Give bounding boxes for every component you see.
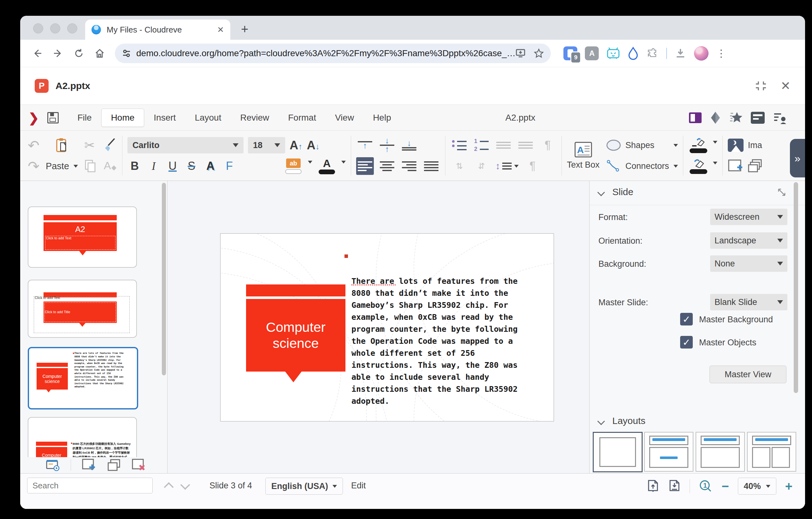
maximize-window-button[interactable] bbox=[67, 23, 77, 33]
zoom-in-button[interactable]: + bbox=[785, 482, 792, 491]
font-color-dropdown-icon[interactable] bbox=[341, 161, 346, 164]
italic-icon[interactable]: I bbox=[146, 159, 161, 173]
menu-format[interactable]: Format bbox=[279, 109, 325, 127]
minimize-window-button[interactable] bbox=[50, 23, 60, 33]
home-icon[interactable] bbox=[91, 45, 108, 61]
new-tab-button[interactable]: + bbox=[241, 23, 248, 35]
image-button[interactable]: Ima bbox=[748, 140, 762, 150]
delete-slide-icon[interactable] bbox=[132, 458, 146, 472]
sidebar-toggle-icon[interactable] bbox=[689, 112, 702, 123]
menu-insert[interactable]: Insert bbox=[144, 109, 185, 127]
font-color-button[interactable]: A bbox=[317, 158, 337, 174]
layout-blank[interactable] bbox=[593, 432, 643, 472]
line-spacing-icon[interactable]: ↕ bbox=[495, 157, 519, 175]
previous-result-icon[interactable] bbox=[164, 482, 174, 492]
valign-top-icon[interactable]: ↑ bbox=[356, 136, 374, 154]
menu-home[interactable]: Home bbox=[101, 109, 144, 127]
panel-expand-icon[interactable] bbox=[777, 188, 786, 197]
decrease-indent-icon[interactable] bbox=[517, 136, 534, 154]
menu-layout[interactable]: Layout bbox=[185, 109, 231, 127]
thumbnail-slide-3[interactable]: Computer science There are lots of featu… bbox=[28, 347, 138, 409]
valign-bottom-icon[interactable]: ↓ bbox=[400, 136, 418, 154]
site-settings-icon[interactable] bbox=[122, 49, 131, 58]
background-select[interactable]: None bbox=[710, 255, 787, 272]
slide-body-text[interactable]: There are lots of features from the 8080… bbox=[351, 251, 541, 419]
theme-gem-icon[interactable] bbox=[710, 111, 721, 125]
shapes-button[interactable]: Shapes bbox=[626, 140, 655, 150]
layout-title-content[interactable] bbox=[644, 432, 693, 472]
zoom-100-icon[interactable]: 1 bbox=[699, 479, 713, 493]
menu-review[interactable]: Review bbox=[231, 109, 279, 127]
font-size-select[interactable]: 18 bbox=[248, 137, 285, 154]
master-slide-select[interactable]: Blank Slide bbox=[710, 294, 787, 310]
align-justify-icon[interactable] bbox=[423, 157, 440, 175]
undo-icon[interactable]: ↶ bbox=[28, 137, 39, 154]
thumbnail-slide-1[interactable]: A2 Click to add Text bbox=[28, 207, 137, 268]
slide-title[interactable]: Computer science bbox=[255, 319, 337, 351]
browser-menu-icon[interactable]: ⋮ bbox=[716, 49, 726, 58]
font-effects-icon[interactable]: F bbox=[222, 159, 237, 173]
layout-title-empty[interactable] bbox=[696, 432, 745, 472]
paste-dropdown-icon[interactable] bbox=[74, 165, 78, 168]
language-select[interactable]: English (USA) bbox=[265, 477, 343, 495]
slide-editing-area[interactable]: Computer science There are lots of featu… bbox=[220, 233, 554, 421]
outline-color-dropdown-icon[interactable] bbox=[713, 141, 717, 144]
highlight-dropdown-icon[interactable] bbox=[308, 161, 312, 164]
duplicate-slide-icon[interactable] bbox=[107, 459, 121, 471]
downloads-icon[interactable] bbox=[674, 47, 687, 59]
water-drop-extension-icon[interactable] bbox=[628, 47, 638, 60]
redo-icon[interactable]: ↷ bbox=[28, 158, 39, 174]
add-slide-icon[interactable] bbox=[728, 159, 744, 173]
strikeout-icon[interactable]: S bbox=[184, 159, 199, 173]
master-objects-checkbox[interactable]: ✓ bbox=[680, 336, 693, 349]
insert-paragraph-icon[interactable]: ¶ bbox=[539, 136, 556, 154]
increase-indent-icon[interactable] bbox=[495, 136, 512, 154]
card-panel-icon[interactable] bbox=[751, 112, 765, 124]
thumbnail-slide-4[interactable]: Computer science 8080 芯片的很多功能都没有加入 Gameb… bbox=[28, 417, 137, 457]
slide-section-chevron-icon[interactable] bbox=[597, 189, 605, 196]
slide-section-title[interactable]: Slide bbox=[612, 187, 634, 197]
expand-toolbar-button[interactable]: » bbox=[790, 139, 805, 177]
bookmark-star-icon[interactable] bbox=[534, 48, 544, 58]
menu-view[interactable]: View bbox=[325, 109, 364, 127]
bilibili-extension-icon[interactable] bbox=[606, 47, 620, 60]
title-callout-box[interactable]: Computer science bbox=[246, 299, 345, 372]
orientation-select[interactable]: Landscape bbox=[710, 233, 787, 249]
copy-slide-icon[interactable] bbox=[748, 159, 762, 173]
settings-scrollbar[interactable] bbox=[794, 182, 798, 393]
fit-to-width-icon[interactable] bbox=[668, 479, 681, 493]
layouts-section-title[interactable]: Layouts bbox=[612, 415, 645, 426]
bullets-icon[interactable] bbox=[451, 136, 468, 154]
menu-file[interactable]: File bbox=[68, 109, 101, 127]
forward-icon[interactable] bbox=[50, 45, 66, 61]
close-preview-icon[interactable]: ✕ bbox=[780, 79, 790, 93]
connectors-button[interactable]: Connectors bbox=[626, 161, 669, 171]
reload-icon[interactable] bbox=[71, 45, 87, 61]
url-bar[interactable]: demo.cloudreve.org/home?path=cloudreve%3… bbox=[115, 44, 551, 63]
fill-color-dropdown-icon[interactable] bbox=[713, 162, 717, 164]
translate-extension-icon[interactable]: A bbox=[585, 47, 599, 60]
text-box-button[interactable]: A Text Box bbox=[567, 142, 600, 170]
layouts-section-chevron-icon[interactable] bbox=[597, 417, 605, 425]
sidebar-extension-icon[interactable]: 9 bbox=[563, 47, 577, 60]
thumbnail-slide-2[interactable]: Click to add Text Click to add Title bbox=[28, 280, 137, 338]
copy-icon[interactable] bbox=[84, 159, 97, 173]
layout-two-content[interactable] bbox=[747, 432, 796, 472]
clear-style-icon[interactable]: A bbox=[103, 159, 117, 173]
menu-help[interactable]: Help bbox=[364, 109, 401, 127]
align-right-icon[interactable] bbox=[400, 157, 418, 175]
move-up-icon[interactable]: ⇅ bbox=[451, 157, 468, 175]
fill-color-button[interactable] bbox=[688, 159, 708, 174]
zoom-level-select[interactable]: 40% bbox=[738, 477, 776, 495]
fit-to-slide-icon[interactable] bbox=[647, 479, 659, 493]
outline-color-button[interactable] bbox=[688, 138, 708, 153]
align-center-icon[interactable] bbox=[378, 157, 396, 175]
next-result-icon[interactable] bbox=[180, 480, 190, 490]
numbering-icon[interactable]: 12 bbox=[472, 136, 490, 154]
user-settings-icon[interactable] bbox=[773, 111, 787, 124]
move-down-icon[interactable]: ⇵ bbox=[472, 157, 490, 175]
profile-avatar[interactable] bbox=[694, 46, 708, 61]
favorites-star-icon[interactable] bbox=[729, 111, 743, 124]
search-input[interactable] bbox=[27, 477, 153, 493]
start-slideshow-icon[interactable] bbox=[46, 459, 60, 471]
